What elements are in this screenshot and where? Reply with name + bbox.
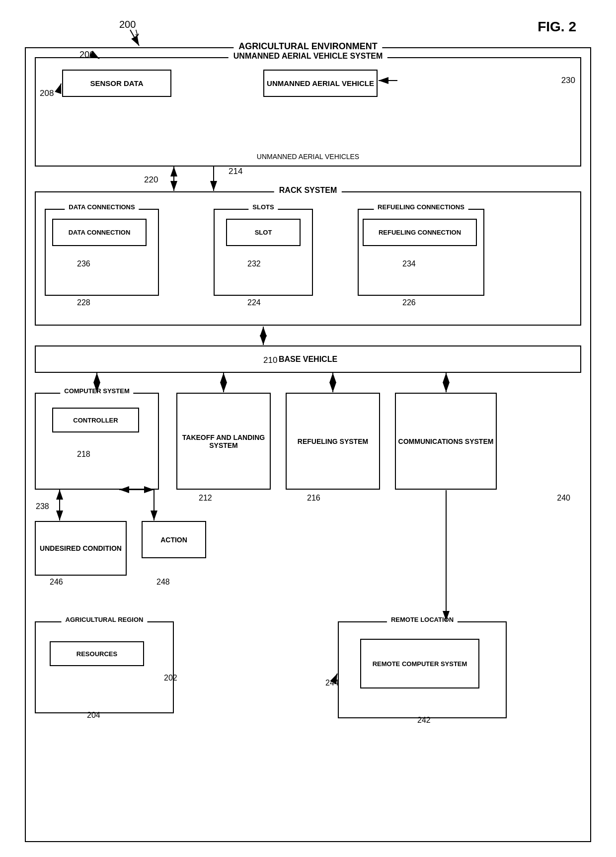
refueling-system-label: REFUELING SYSTEM	[298, 437, 368, 445]
ref-220: 220	[144, 175, 158, 185]
undesired-condition-box: UNDESIRED CONDITION	[35, 521, 127, 576]
ref-230: 230	[561, 76, 575, 86]
sensor-data-box: SENSOR DATA	[62, 70, 171, 97]
ref-200: 200	[119, 19, 136, 30]
ref-242: 242	[417, 716, 431, 725]
ref-232: 232	[247, 259, 261, 268]
resources-inner-box: RESOURCES	[50, 641, 144, 666]
ref-208: 208	[40, 88, 54, 98]
slot-label: SLOT	[255, 229, 272, 236]
uav-vehicles-label: UNMANNED AERIAL VEHICLES	[257, 153, 359, 161]
ref-214: 214	[229, 167, 242, 176]
sensor-data-label: SENSOR DATA	[90, 79, 144, 87]
agricultural-region-label: AGRICULTURAL REGION	[62, 616, 148, 623]
ref-226: 226	[402, 298, 416, 307]
ref-218: 218	[77, 450, 90, 459]
ref-204: 204	[87, 711, 100, 720]
ref-202: 202	[164, 674, 177, 683]
data-connection-label: DATA CONNECTION	[69, 229, 131, 236]
ref-240: 240	[557, 494, 570, 503]
ref-234: 234	[402, 259, 416, 268]
communications-system-box: COMMUNICATIONS SYSTEM	[395, 393, 497, 490]
rack-system-label: RACK SYSTEM	[274, 186, 342, 195]
action-label: ACTION	[160, 536, 187, 544]
ref-236: 236	[77, 259, 90, 268]
page: FIG. 2 200 ↘ AGRICULTURAL ENVIRONMENT 20…	[0, 0, 616, 857]
action-box: ACTION	[142, 521, 206, 558]
remote-computer-system-label: REMOTE COMPUTER SYSTEM	[373, 660, 467, 668]
fig-label: FIG. 2	[538, 19, 576, 35]
refueling-system-box: REFUELING SYSTEM	[286, 393, 380, 490]
uav-system-label: UNMANNED AERIAL VEHICLE SYSTEM	[229, 52, 387, 61]
resources-label: RESOURCES	[77, 650, 117, 658]
ref-216: 216	[307, 494, 320, 503]
takeoff-landing-label: TAKEOFF AND LANDING SYSTEM	[177, 433, 270, 449]
remote-location-label: REMOTE LOCATION	[387, 616, 458, 623]
controller-label: CONTROLLER	[73, 417, 118, 424]
ref-228: 228	[77, 298, 90, 307]
refueling-connection-label: REFUELING CONNECTION	[379, 229, 461, 236]
remote-computer-system-box: REMOTE COMPUTER SYSTEM	[360, 639, 479, 688]
ref-224: 224	[247, 298, 261, 307]
uav-box: UNMANNED AERIAL VEHICLE	[263, 70, 378, 97]
ref-210: 210	[263, 355, 277, 365]
agricultural-environment-label: AGRICULTURAL ENVIRONMENT	[233, 41, 382, 52]
refueling-connections-label: REFUELING CONNECTIONS	[374, 203, 468, 211]
computer-system-label: COMPUTER SYSTEM	[60, 387, 133, 395]
agricultural-region-outer-box: AGRICULTURAL REGION	[35, 621, 174, 713]
undesired-condition-label: UNDESIRED CONDITION	[40, 544, 122, 552]
data-connections-label: DATA CONNECTIONS	[65, 203, 139, 211]
takeoff-landing-system-box: TAKEOFF AND LANDING SYSTEM	[176, 393, 271, 490]
ref-248: 248	[156, 578, 170, 587]
controller-inner-box: CONTROLLER	[52, 408, 139, 432]
ref-238: 238	[36, 502, 49, 511]
ref-246: 246	[50, 578, 63, 587]
slot-inner-box: SLOT	[226, 219, 301, 246]
ref-244: 244	[325, 679, 339, 687]
refueling-connection-inner-box: REFUELING CONNECTION	[363, 219, 477, 246]
slots-label: SLOTS	[248, 203, 278, 211]
uav-label: UNMANNED AERIAL VEHICLE	[267, 79, 374, 87]
ref-212: 212	[199, 494, 212, 503]
base-vehicle-label: BASE VEHICLE	[279, 355, 337, 364]
base-vehicle-box: BASE VEHICLE	[35, 345, 581, 373]
communications-system-label: COMMUNICATIONS SYSTEM	[398, 437, 494, 445]
data-connection-inner-box: DATA CONNECTION	[52, 219, 147, 246]
